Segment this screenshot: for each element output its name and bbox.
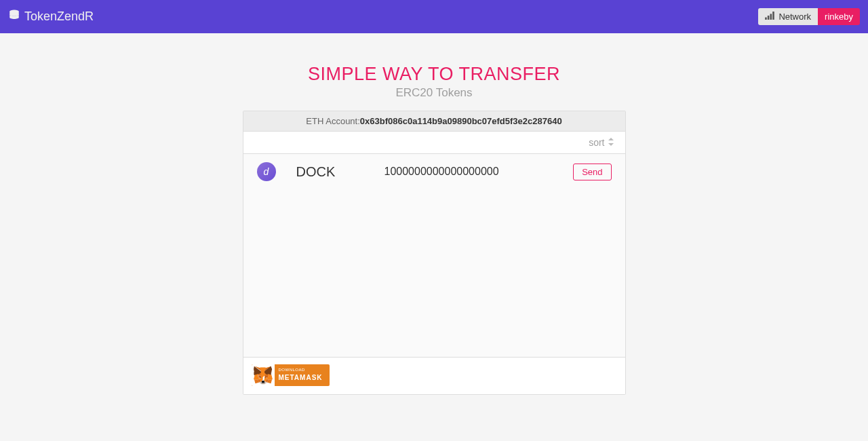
send-button[interactable]: Send <box>573 164 611 180</box>
token-row: d DOCK 1000000000000000000 Send <box>243 154 625 189</box>
account-header: ETH Account:0x63bf086c0a114b9a09890bc07e… <box>243 111 625 132</box>
token-balance: 1000000000000000000 <box>384 166 553 178</box>
svg-rect-3 <box>768 16 770 20</box>
account-label: ETH Account: <box>306 116 359 126</box>
network-label: Network <box>778 12 811 22</box>
transfer-panel: ETH Account:0x63bf086c0a114b9a09890bc07e… <box>243 111 626 395</box>
download-metamask-link[interactable]: DOWNLOAD METAMASK <box>252 364 330 386</box>
metamask-fox-icon <box>252 364 275 386</box>
navbar: TokenZendR Network rinkeby <box>0 0 868 33</box>
brand[interactable]: TokenZendR <box>8 9 94 24</box>
svg-point-1 <box>9 13 19 16</box>
database-icon <box>8 9 20 24</box>
svg-rect-4 <box>770 14 772 20</box>
token-symbol: DOCK <box>296 164 364 180</box>
brand-text: TokenZendR <box>24 9 94 24</box>
download-label: DOWNLOAD <box>279 368 323 372</box>
svg-rect-5 <box>773 12 775 20</box>
metamask-text: DOWNLOAD METAMASK <box>275 368 330 383</box>
main-container: SIMPLE WAY TO TRANSFER ERC20 Tokens ETH … <box>243 64 626 395</box>
sort-icon <box>608 137 614 148</box>
metamask-label: METAMASK <box>279 374 323 381</box>
signal-icon <box>765 12 774 22</box>
nav-right: Network rinkeby <box>758 8 860 25</box>
sort-control[interactable]: sort <box>243 132 625 154</box>
panel-footer: DOWNLOAD METAMASK <box>243 358 625 394</box>
sort-label: sort <box>589 137 604 148</box>
page-title: SIMPLE WAY TO TRANSFER <box>243 64 626 85</box>
svg-rect-2 <box>766 18 768 20</box>
token-list[interactable]: d DOCK 1000000000000000000 Send <box>243 154 625 358</box>
dock-token-icon: d <box>257 162 276 181</box>
account-address: 0x63bf086c0a114b9a09890bc07efd5f3e2c2876… <box>360 116 562 126</box>
page-subtitle: ERC20 Tokens <box>243 86 626 100</box>
network-button[interactable]: Network <box>758 8 818 25</box>
token-glyph: d <box>264 166 269 177</box>
network-name-badge: rinkeby <box>818 8 860 25</box>
